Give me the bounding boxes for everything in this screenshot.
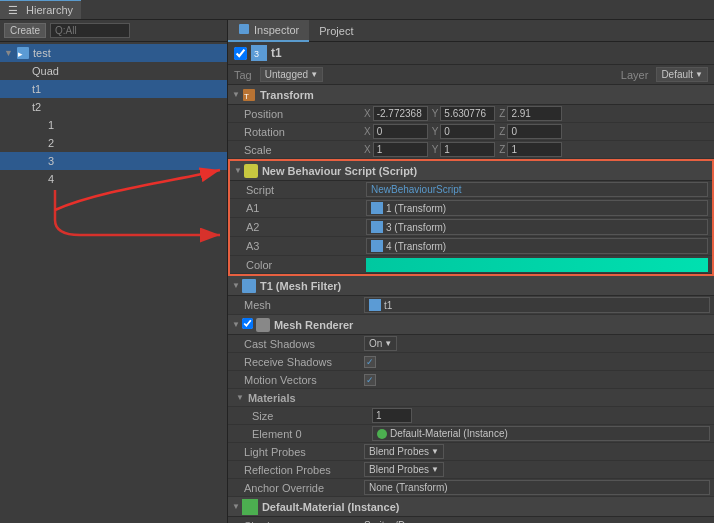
light-probes-row: Light Probes Blend Probes ▼	[228, 443, 714, 461]
tree-item-t2[interactable]: t2	[0, 98, 227, 116]
tab-hierarchy[interactable]: ☰ Hierarchy	[0, 0, 81, 19]
material-header[interactable]: ▼ Default-Material (Instance)	[228, 497, 714, 517]
element0-value[interactable]: Default-Material (Instance)	[372, 426, 710, 441]
script-label: Script	[246, 184, 366, 196]
rotation-z[interactable]	[507, 124, 562, 139]
position-y[interactable]	[440, 106, 495, 121]
chevron-down-icon: ▼	[4, 48, 16, 58]
tree-item-label: 1	[48, 119, 54, 131]
mesh-renderer-header[interactable]: ▼ Mesh Renderer	[228, 315, 714, 335]
tree-item-4[interactable]: 4	[0, 170, 227, 188]
a2-row: A2 3 (Transform)	[230, 218, 712, 237]
shader-label: Shader	[244, 520, 364, 524]
hierarchy-search[interactable]	[50, 23, 130, 38]
tab-inspector[interactable]: Inspector	[228, 20, 309, 42]
position-z[interactable]	[507, 106, 562, 121]
materials-section: ▼ Materials Size Element 0	[228, 389, 714, 443]
a1-value[interactable]: 1 (Transform)	[366, 200, 708, 216]
transform-ref-icon	[371, 240, 383, 252]
tag-label: Tag	[234, 69, 252, 81]
scale-y[interactable]	[440, 142, 495, 157]
inspector-content: 3 t1 Tag Untagged ▼ Layer Default ▼	[228, 42, 714, 523]
a3-value[interactable]: 4 (Transform)	[366, 238, 708, 254]
material-icon	[242, 499, 258, 515]
mesh-label: Mesh	[244, 299, 364, 311]
receive-shadows-check[interactable]: ✓	[364, 356, 376, 368]
materials-label: Materials	[248, 392, 368, 404]
tree-item-label: t2	[32, 101, 41, 113]
material-title: Default-Material (Instance)	[262, 501, 400, 513]
motion-vectors-check[interactable]: ✓	[364, 374, 376, 386]
rotation-y[interactable]	[440, 124, 495, 139]
reflection-probes-row: Reflection Probes Blend Probes ▼	[228, 461, 714, 479]
transform-component: ▼ T Transform Position X	[228, 85, 714, 159]
mesh-value[interactable]: t1	[364, 297, 710, 313]
mesh-filter-component: ▼ T1 (Mesh Filter) Mesh t1	[228, 276, 714, 315]
cast-shadows-row: Cast Shadows On ▼	[228, 335, 714, 353]
chevron-down-icon: ▼	[234, 166, 242, 175]
chevron-down-icon: ▼	[232, 281, 240, 290]
a2-label: A2	[246, 221, 366, 233]
a2-value[interactable]: 3 (Transform)	[366, 219, 708, 235]
chevron-down-icon: ▼	[232, 90, 240, 99]
position-x[interactable]	[373, 106, 428, 121]
position-row: Position X Y Z	[228, 105, 714, 123]
scale-x[interactable]	[373, 142, 428, 157]
object-active-checkbox[interactable]	[234, 47, 247, 60]
anchor-override-label: Anchor Override	[244, 482, 364, 494]
tree-item-label: 2	[48, 137, 54, 149]
chevron-down-icon: ▼	[384, 339, 392, 348]
chevron-down-icon: ▼	[431, 447, 439, 456]
reflection-probes-dropdown[interactable]: Blend Probes ▼	[364, 462, 444, 477]
tag-dropdown[interactable]: Untagged ▼	[260, 67, 323, 82]
tree-item-quad[interactable]: Quad	[0, 62, 227, 80]
anchor-override-value[interactable]: None (Transform)	[364, 480, 710, 495]
tree-item-1[interactable]: 1	[0, 116, 227, 134]
a1-label: A1	[246, 202, 366, 214]
light-probes-dropdown[interactable]: Blend Probes ▼	[364, 444, 444, 459]
receive-shadows-row: Receive Shadows ✓	[228, 353, 714, 371]
scale-z[interactable]	[507, 142, 562, 157]
material-dot-icon	[377, 429, 387, 439]
tree-item-test[interactable]: ▼ ▸ test	[0, 44, 227, 62]
materials-size-row: Size	[228, 407, 714, 425]
tree-item-label: 4	[48, 173, 54, 185]
rotation-x[interactable]	[373, 124, 428, 139]
materials-size-input[interactable]	[372, 408, 412, 423]
transform-ref-icon	[371, 221, 383, 233]
hierarchy-icon: ☰	[8, 4, 18, 17]
mesh-renderer-title: Mesh Renderer	[274, 319, 353, 331]
tree-item-3[interactable]: 3	[0, 152, 227, 170]
chevron-down-icon: ▼	[232, 502, 240, 511]
script-icon	[244, 164, 258, 178]
mesh-filter-icon	[242, 279, 256, 293]
transform-header[interactable]: ▼ T Transform	[228, 85, 714, 105]
transform-ref-icon	[371, 202, 383, 214]
chevron-down-icon: ▼	[695, 70, 703, 79]
mesh-filter-title: T1 (Mesh Filter)	[260, 280, 341, 292]
inspector-tab-label: Inspector	[254, 24, 299, 36]
tab-project[interactable]: Project	[309, 20, 363, 42]
tree-item-2[interactable]: 2	[0, 134, 227, 152]
cast-shadows-dropdown[interactable]: On ▼	[364, 336, 397, 351]
new-behaviour-header[interactable]: ▼ New Behaviour Script (Script)	[230, 161, 712, 181]
svg-text:▸: ▸	[18, 49, 23, 59]
mesh-filter-header[interactable]: ▼ T1 (Mesh Filter)	[228, 276, 714, 296]
rotation-row: Rotation X Y Z	[228, 123, 714, 141]
renderer-icon	[256, 318, 270, 332]
shader-row: Shader Sprites/De...	[228, 517, 714, 523]
create-button[interactable]: Create	[4, 23, 46, 38]
element0-row: Element 0 Default-Material (Instance)	[228, 425, 714, 443]
tree-item-t1[interactable]: t1	[0, 80, 227, 98]
position-value: X Y Z	[364, 106, 710, 121]
chevron-down-icon: ▼	[232, 320, 240, 329]
receive-shadows-label: Receive Shadows	[244, 356, 364, 368]
materials-header[interactable]: ▼ Materials	[228, 389, 714, 407]
color-swatch[interactable]	[366, 258, 708, 272]
svg-text:T: T	[244, 92, 249, 101]
layer-dropdown[interactable]: Default ▼	[656, 67, 708, 82]
mesh-icon	[369, 299, 381, 311]
new-behaviour-title: New Behaviour Script (Script)	[262, 165, 417, 177]
svg-rect-3	[239, 24, 249, 34]
transform-title: Transform	[260, 89, 314, 101]
